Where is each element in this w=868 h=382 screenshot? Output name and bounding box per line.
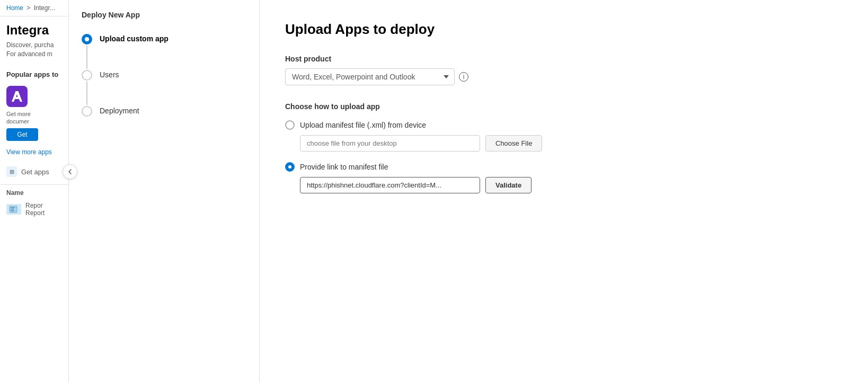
stepper-panel-title: Deploy New App <box>82 11 246 19</box>
app-icon <box>6 86 28 107</box>
step-1-circle <box>82 34 92 45</box>
popular-section-label: Popular apps to <box>0 65 68 82</box>
step-2-circle <box>82 70 92 81</box>
upload-section-label: Choose how to upload app <box>285 102 843 111</box>
host-product-info-icon[interactable]: i <box>459 72 468 82</box>
svg-rect-3 <box>11 210 14 211</box>
upload-option-1: Upload manifest file (.xml) from device … <box>285 120 843 152</box>
provide-link-label: Provide link to manifest file <box>300 163 388 171</box>
step-2-line <box>86 82 87 105</box>
upload-option-2-header: Provide link to manifest file <box>285 162 843 172</box>
page-title: Upload Apps to deploy <box>285 21 843 38</box>
step-3-circle <box>82 106 92 117</box>
name-column-header: Name <box>0 184 68 199</box>
file-text-input[interactable] <box>300 135 480 152</box>
step-2-label: Users <box>100 70 119 79</box>
file-input-row: Choose File <box>300 135 843 152</box>
step-1-label: Upload custom app <box>100 34 169 43</box>
validate-button[interactable]: Validate <box>485 177 532 193</box>
get-apps-icon: ⊞ <box>6 166 17 177</box>
upload-option-1-header: Upload manifest file (.xml) from device <box>285 120 843 130</box>
nav-chevron-left[interactable] <box>63 164 77 179</box>
upload-manifest-radio[interactable] <box>285 120 295 130</box>
sidebar-title: Integra <box>0 16 68 41</box>
step-1-line <box>86 46 87 69</box>
app-card: Get more documer Get <box>0 82 68 146</box>
svg-rect-1 <box>11 207 15 208</box>
svg-rect-2 <box>11 209 14 210</box>
view-more-link[interactable]: View more apps <box>0 145 68 159</box>
step-3-connector <box>82 106 92 117</box>
stepper: Upload custom app Users Deployment <box>82 34 246 117</box>
get-apps-nav-item[interactable]: ⊞ Get apps <box>6 163 62 180</box>
sidebar: Home > Integr... Integra Discover, purch… <box>0 0 69 382</box>
stepper-panel: Deploy New App Upload custom app Users D… <box>69 0 260 382</box>
sidebar-nav: ⊞ Get apps <box>0 159 68 184</box>
step-3-label: Deployment <box>100 106 139 115</box>
get-app-button[interactable]: Get <box>6 128 38 141</box>
manifest-link-input[interactable] <box>300 177 480 193</box>
sidebar-description: Discover, purcha For advanced m <box>0 41 68 65</box>
provide-link-radio[interactable] <box>285 162 295 172</box>
host-product-row: Word, Excel, Powerpoint and Outlook i <box>285 68 843 85</box>
main-content: Upload Apps to deploy Host product Word,… <box>260 0 868 382</box>
report-icon <box>6 204 21 215</box>
app-card-text: Get more documer <box>6 110 31 126</box>
chevron-left-icon <box>67 169 73 174</box>
host-product-label: Host product <box>285 55 843 63</box>
upload-option-2: Provide link to manifest file Validate <box>285 162 843 193</box>
breadcrumb: Home > Integr... <box>0 0 68 16</box>
choose-file-button[interactable]: Choose File <box>485 135 542 152</box>
report-list-item[interactable]: Repor Report <box>0 199 68 220</box>
step-2[interactable]: Users <box>82 70 246 106</box>
link-input-row: Validate <box>300 177 843 193</box>
step-1[interactable]: Upload custom app <box>82 34 246 70</box>
step-3[interactable]: Deployment <box>82 106 246 117</box>
upload-manifest-label: Upload manifest file (.xml) from device <box>300 121 426 129</box>
report-file-icon <box>9 206 19 213</box>
report-item-text: Repor Report <box>25 202 45 217</box>
step-2-connector <box>82 70 92 106</box>
host-product-select[interactable]: Word, Excel, Powerpoint and Outlook <box>285 68 455 85</box>
step-1-connector <box>82 34 92 70</box>
adobe-icon <box>11 90 23 103</box>
